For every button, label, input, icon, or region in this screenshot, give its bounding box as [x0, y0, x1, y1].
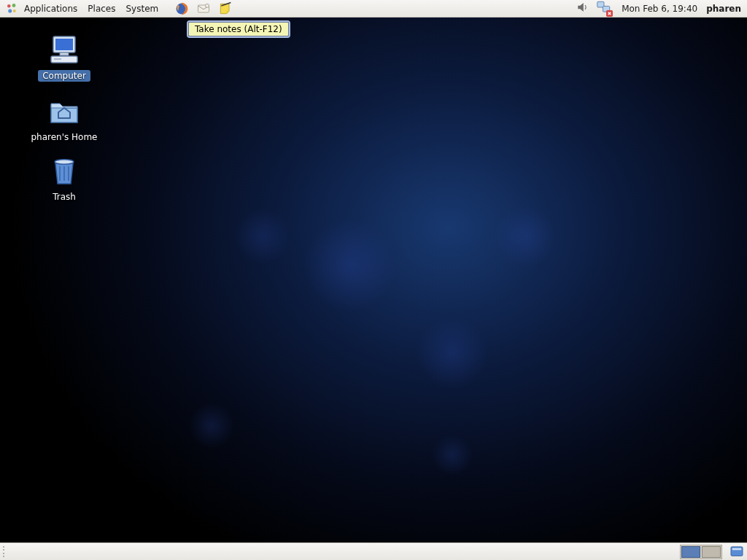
desktop-icon-home[interactable]: pharen's Home	[20, 93, 108, 143]
menu-system[interactable]: System	[120, 4, 163, 14]
sticky-note-icon	[218, 1, 233, 16]
desktop[interactable]: Computer pharen's Home Trash	[0, 18, 747, 542]
tooltip: Take notes (Alt-F12)	[188, 22, 289, 36]
desktop-icon-label: pharen's Home	[28, 131, 100, 143]
quick-launch-bar	[174, 1, 233, 17]
desktop-icon-label: Computer	[38, 70, 90, 82]
svg-point-2	[8, 9, 12, 12]
svg-rect-12	[60, 52, 69, 55]
desktop-icon-computer[interactable]: Computer	[20, 32, 108, 82]
firefox-icon	[174, 1, 189, 16]
trash-icon	[47, 153, 82, 188]
user-switcher[interactable]: pharen	[706, 4, 741, 14]
svg-rect-14	[54, 58, 61, 60]
system-tray	[576, 1, 611, 16]
svg-point-3	[13, 9, 16, 12]
bottom-panel	[0, 542, 747, 560]
menu-applications[interactable]: Applications	[19, 4, 82, 14]
error-badge-icon	[606, 10, 613, 17]
workspace-1[interactable]	[681, 546, 700, 558]
computer-icon	[47, 32, 82, 67]
launcher-notes[interactable]	[217, 1, 233, 17]
volume-applet[interactable]	[576, 1, 589, 16]
top-panel: Applications Places System	[0, 0, 747, 18]
show-desktop-button[interactable]	[729, 545, 744, 559]
svg-point-15	[55, 160, 74, 164]
svg-point-6	[206, 4, 209, 7]
svg-point-1	[12, 4, 16, 7]
workspace-2[interactable]	[702, 546, 721, 558]
panel-handle-icon[interactable]	[3, 545, 7, 559]
desktop-icon-trash[interactable]: Trash	[20, 153, 108, 203]
desktop-icon-label: Trash	[50, 191, 79, 203]
home-folder-icon	[47, 93, 82, 128]
svg-rect-17	[732, 548, 741, 550]
envelope-icon	[196, 1, 211, 16]
network-applet[interactable]	[597, 1, 611, 16]
launcher-evolution[interactable]	[196, 1, 212, 17]
launcher-firefox[interactable]	[174, 1, 190, 17]
show-desktop-icon	[730, 546, 743, 558]
svg-rect-11	[55, 39, 73, 50]
clock-applet[interactable]: Mon Feb 6, 19:40	[622, 4, 697, 14]
gnome-logo-icon	[4, 1, 19, 16]
menu-places[interactable]: Places	[82, 4, 120, 14]
svg-point-0	[7, 4, 11, 8]
workspace-switcher[interactable]	[680, 545, 722, 559]
speaker-icon	[576, 1, 589, 14]
